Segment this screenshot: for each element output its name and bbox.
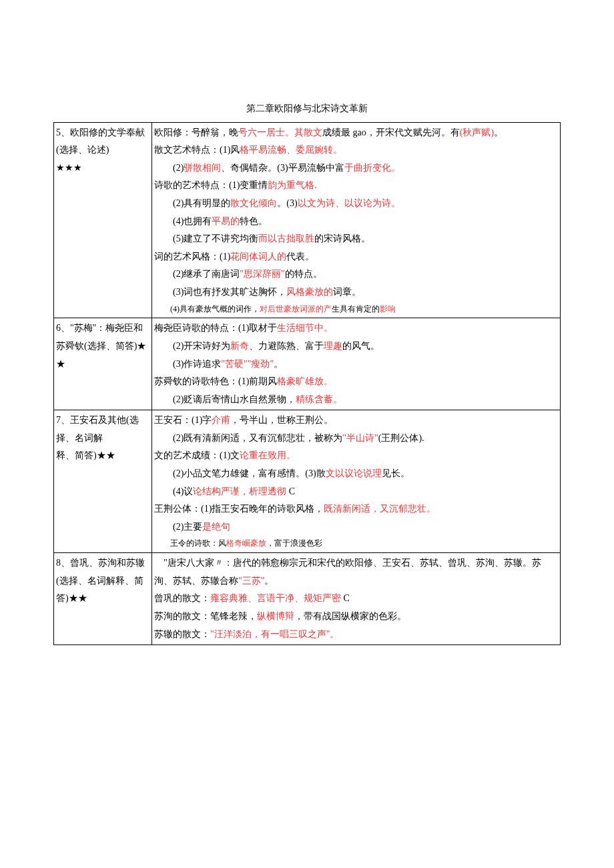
content-line: 散文艺术特点：(1)风格平易流畅、委屈婉转。: [154, 141, 558, 159]
highlight-text: "汪洋淡泊，有一唱三叹之声"。: [210, 629, 339, 639]
highlight-text: 精练含蓄。: [296, 394, 342, 404]
topic-cell: 6、"苏梅"：梅尧臣和苏舜钦(选择、简答)★★: [54, 318, 152, 410]
body-text: (1): [220, 252, 230, 262]
body-text: 变重情: [240, 180, 268, 190]
body-text: 议: [184, 486, 193, 496]
content-line: 王安石：(1)字介甫，号半山，世称王荆公。: [154, 412, 558, 430]
content-cell: 王安石：(1)字介甫，号半山，世称王荆公。(2)既有清新闲适，又有沉郁悲壮，被称…: [152, 410, 561, 553]
body-text: (1): [238, 376, 249, 386]
body-text: 王安石：: [154, 415, 192, 425]
table-row: 6、"苏梅"：梅尧臣和苏舜钦(选择、简答)★★梅尧臣诗歌的特点：(1)取材于生活…: [54, 318, 561, 410]
highlight-text: 论重在致用。: [240, 450, 296, 460]
body-text: 开宋诗好为: [184, 341, 230, 351]
body-text: 6、"苏梅"：梅尧臣和苏舜钦(选择、简答)★★: [56, 323, 146, 368]
content-line: 苏洵的散文：笔锋老辣，纵横博辩，带有战国纵横家的色彩。: [154, 608, 558, 626]
content-line: 王荆公体：(1)指王安石晚年的诗歌风格，既清新闲适，又沉郁悲壮。: [154, 500, 558, 518]
content-line: (4)也拥有平易的特色。: [154, 213, 558, 231]
highlight-text: 骈散相间: [184, 163, 221, 173]
highlight-text: "三苏": [238, 576, 264, 586]
highlight-text: 格奇崛豪放: [226, 538, 266, 548]
highlight-text: 是绝句: [202, 522, 230, 532]
highlight-text: "半山诗": [342, 433, 378, 443]
body-text: 、奇偶错杂。: [221, 163, 277, 173]
highlight-text: 格平易流畅、委屈婉转。: [240, 145, 342, 155]
topic-cell: 8、曾巩、苏洵和苏辙(选择、名词解释、简答)★★: [54, 553, 152, 645]
body-text: (2): [173, 341, 184, 351]
body-text: 词的艺术风格：: [154, 252, 220, 262]
highlight-text: 论结构严谨，析理透彻: [193, 486, 286, 496]
content-cell: "唐宋八大家〃：唐代的韩愈柳宗元和宋代的欧阳修、王安石、苏轼、曾巩、苏洵、苏辙。…: [152, 553, 561, 645]
body-text: 7、王安石及其他(选择、名词解: [56, 415, 139, 443]
body-text: 释、简答)★★: [56, 450, 115, 460]
content-line: (4)具有豪放气概的词作，对后世豪放词派的产生具有肯定的影响: [154, 302, 558, 317]
body-text: ，富于浪漫色彩: [266, 538, 322, 548]
highlight-text: 对后世豪放词派的产: [260, 304, 332, 314]
body-text: (1): [192, 415, 202, 425]
highlight-text: 格豪旷雄放。: [277, 376, 333, 386]
highlight-text: 散文化倾向: [230, 198, 277, 208]
content-line: (5)建立了不讲究均衡而以古拙取胜的宋诗风格。: [154, 230, 558, 248]
body-text: 风: [230, 145, 240, 155]
body-text: 特色。: [240, 216, 268, 226]
body-text: 生具有肯定的: [332, 304, 380, 314]
body-text: (1): [229, 180, 240, 190]
body-text: 王荆公体：: [154, 504, 201, 514]
chapter-title: 第二章欧阳修与北宋诗文革新: [53, 100, 561, 118]
content-line: 苏舜钦的诗歌特色：(1)前期风格豪旷雄放。: [154, 373, 558, 391]
body-text: (1): [220, 450, 230, 460]
highlight-text: 平易的: [212, 216, 240, 226]
body-text: (1): [201, 504, 212, 514]
content-line: 曾巩的散文：雍容典雅、言语干净、规矩严密 C: [154, 590, 558, 608]
body-text: (2): [173, 468, 184, 478]
content-line: (3)词也有抒发其旷达胸怀，风格豪放的词章。: [154, 284, 558, 302]
highlight-text: 号六一居士。其散文: [238, 127, 322, 137]
highlight-text: 理趣: [324, 341, 342, 351]
body-text: 既有清新闲适，又有沉郁悲壮，被称为: [184, 433, 342, 443]
body-text: 8、曾巩、苏洵和苏辙(选择、名词解释、简答)★★: [56, 558, 145, 603]
body-text: (3): [277, 163, 288, 173]
body-text: (2): [173, 433, 184, 443]
content-line: (2)小品文笔力雄健，富有感情。(3)散文以议论说理见长。: [154, 465, 558, 483]
body-text: (3): [173, 287, 184, 297]
topic-line: 5、欧阳修的文学奉献(选择、论述): [56, 124, 149, 159]
content-cell: 欧阳修：号醉翁，晚号六一居士。其散文成绩最 gao，开宋代文赋先河。有(秋声赋)…: [152, 122, 561, 318]
body-text: 。: [274, 359, 283, 369]
content-line: 词的艺术风格：(1)花间体词人的代表。: [154, 248, 558, 266]
table-row: 7、王安石及其他(选择、名词解释、简答)★★王安石：(1)字介甫，号半山，世称王…: [54, 410, 561, 553]
table-row: 5、欧阳修的文学奉献(选择、论述)★★★欧阳修：号醉翁，晚号六一居士。其散文成绩…: [54, 122, 561, 318]
highlight-text: 花间体词人的: [230, 252, 286, 262]
body-text: 字: [202, 415, 212, 425]
highlight-text: 影响: [380, 304, 396, 314]
body-text: 曾巩的散文：: [154, 593, 210, 603]
topic-line: ★★★: [56, 159, 149, 177]
body-text: 成绩最 gao，开宋代文赋先河。有: [322, 127, 460, 137]
body-text: 继承了南唐词: [184, 269, 240, 279]
body-text: 也拥有: [184, 216, 212, 226]
body-text: 苏辙的散文：: [154, 629, 210, 639]
table-row: 8、曾巩、苏洵和苏辙(选择、名词解释、简答)★★ "唐宋八大家〃：唐代的韩愈柳宗…: [54, 553, 561, 645]
body-text: 具有明显的: [184, 198, 230, 208]
content-line: (2)既有清新闲适，又有沉郁悲壮，被称为"半山诗"(王荆公体).: [154, 430, 558, 448]
content-line: 苏辙的散文："汪洋淡泊，有一唱三叹之声"。: [154, 626, 558, 644]
body-text: "唐宋八大家〃：唐代的韩愈柳宗元和宋代的欧阳修、王安石、苏轼、曾巩、苏洵、苏辙。…: [154, 558, 541, 586]
highlight-text: 风格豪放的: [286, 287, 333, 297]
highlight-text: "思深辞丽": [240, 269, 284, 279]
body-text: 的特点。: [285, 269, 322, 279]
content-line: (4)议论结构严谨，析理透彻 C: [154, 483, 558, 501]
body-text: 见长。: [382, 468, 410, 478]
body-text: (1): [220, 145, 230, 155]
highlight-text: 而以古拙取胜: [258, 234, 314, 244]
content-line: (3)作诗追求"苦硬""瘦劲"。: [154, 356, 558, 374]
highlight-text: 于曲折变化。: [344, 163, 400, 173]
body-text: 苏舜钦的诗歌特色：: [154, 376, 238, 386]
highlight-text: 纵横博辩: [257, 611, 294, 621]
highlight-text: 文以议论说理: [326, 468, 382, 478]
body-text: (2): [173, 522, 184, 532]
body-text: (4)具有豪放气概的词作，: [170, 304, 260, 314]
body-text: (2): [173, 394, 184, 404]
body-text: (2): [173, 198, 184, 208]
body-text: 词章。: [333, 287, 361, 297]
content-line: 梅尧臣诗歌的特点：(1)取材于生活细节中。: [154, 320, 558, 338]
body-text: 作诗追求: [184, 359, 221, 369]
body-text: 前期风: [249, 376, 277, 386]
